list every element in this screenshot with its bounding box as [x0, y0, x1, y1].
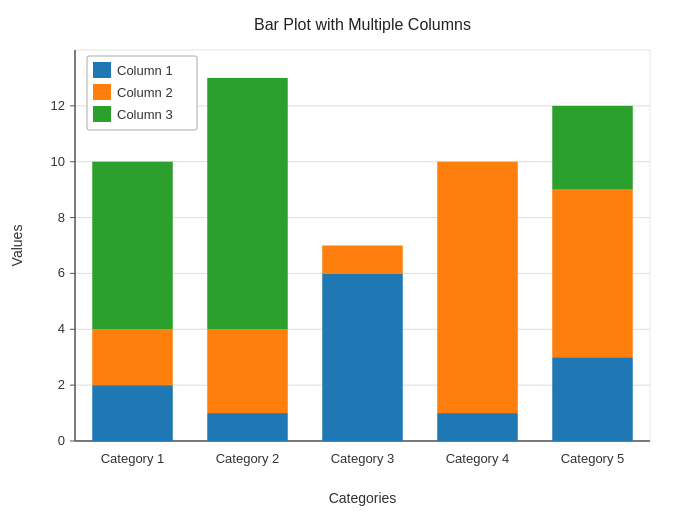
- bar-col1-3: [437, 413, 518, 441]
- bar-col2-3: [437, 162, 518, 413]
- bar-col1-0: [92, 385, 173, 441]
- svg-text:Column 2: Column 2: [117, 85, 173, 100]
- svg-rect-33: [93, 84, 111, 100]
- svg-rect-35: [93, 106, 111, 122]
- svg-text:2: 2: [58, 377, 65, 392]
- bar-col3-1: [207, 78, 288, 329]
- bar-col2-2: [322, 246, 403, 274]
- bar-col1-4: [552, 357, 633, 441]
- y-axis-title: Values: [9, 225, 25, 267]
- svg-text:6: 6: [58, 265, 65, 280]
- svg-text:Category 5: Category 5: [561, 451, 625, 466]
- svg-text:Category 4: Category 4: [446, 451, 510, 466]
- svg-rect-31: [93, 62, 111, 78]
- chart-title: Bar Plot with Multiple Columns: [254, 16, 471, 33]
- bar-col2-1: [207, 329, 288, 413]
- svg-text:Category 1: Category 1: [101, 451, 165, 466]
- bar-col1-1: [207, 413, 288, 441]
- bar-col3-4: [552, 106, 633, 190]
- bar-chart: 024681012Category 1Category 2Category 3C…: [0, 0, 680, 521]
- x-axis-title: Categories: [329, 490, 397, 506]
- svg-text:8: 8: [58, 210, 65, 225]
- chart-container: 024681012Category 1Category 2Category 3C…: [0, 0, 680, 521]
- svg-text:10: 10: [51, 154, 65, 169]
- svg-text:Column 1: Column 1: [117, 63, 173, 78]
- svg-text:Column 3: Column 3: [117, 107, 173, 122]
- svg-text:Category 3: Category 3: [331, 451, 395, 466]
- bar-col1-2: [322, 273, 403, 441]
- svg-text:Category 2: Category 2: [216, 451, 280, 466]
- bar-col2-4: [552, 190, 633, 358]
- svg-text:12: 12: [51, 98, 65, 113]
- bar-col3-0: [92, 162, 173, 330]
- svg-text:4: 4: [58, 321, 65, 336]
- svg-text:0: 0: [58, 433, 65, 448]
- legend: Column 1Column 2Column 3: [87, 56, 197, 130]
- bar-col2-0: [92, 329, 173, 385]
